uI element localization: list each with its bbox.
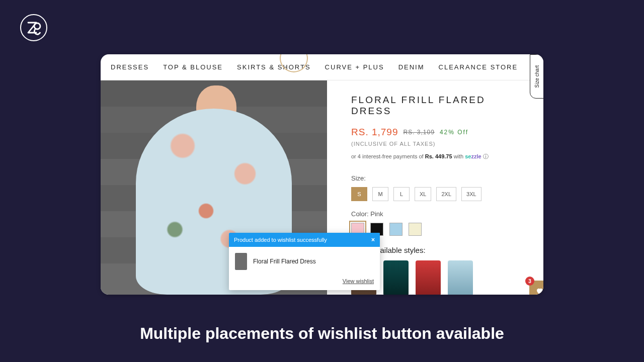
sezzle-brand-a: se bbox=[465, 153, 471, 159]
sezzle-brand: sezzle bbox=[465, 153, 483, 159]
size-chart-label: Size chart bbox=[534, 65, 540, 87]
product-orig-price: RS. 3,109 bbox=[404, 129, 435, 136]
size-3xl[interactable]: 3XL bbox=[461, 187, 481, 201]
size-xl[interactable]: XL bbox=[415, 187, 431, 201]
color-label: Color: Pink bbox=[351, 210, 528, 218]
tax-note: (INCLUSIVE OF ALL TAXES) bbox=[351, 141, 528, 147]
product-screenshot-panel: DRESSES TOP & BLOUSE SKIRTS & SHORTS CUR… bbox=[101, 54, 543, 295]
size-2xl[interactable]: 2XL bbox=[436, 187, 456, 201]
product-discount: 42% Off bbox=[440, 129, 468, 136]
sezzle-prefix: or 4 interest-free payments of bbox=[351, 153, 425, 159]
wishlist-count-badge: 3 bbox=[525, 277, 534, 286]
product-price: RS. 1,799 bbox=[351, 127, 398, 138]
nav-clearance[interactable]: CLEARANCE STORE bbox=[432, 63, 525, 71]
slide-caption: Multiple placements of wishlist button a… bbox=[0, 324, 644, 343]
sezzle-row: or 4 interest-free payments of Rs. 449.7… bbox=[351, 153, 528, 160]
info-icon[interactable]: ⓘ bbox=[483, 153, 489, 159]
size-options: S M L XL 2XL 3XL bbox=[351, 187, 528, 201]
nav-top-blouse[interactable]: TOP & BLOUSE bbox=[156, 63, 230, 71]
brand-logo bbox=[20, 14, 47, 41]
toast-title: Product added to wishlist successfully bbox=[234, 237, 327, 243]
toast-product-thumb bbox=[235, 253, 247, 270]
swatch-blue[interactable] bbox=[389, 223, 403, 236]
view-wishlist-link[interactable]: View wishlist bbox=[343, 278, 374, 284]
toast-close-button[interactable]: × bbox=[371, 236, 375, 243]
wishlist-fab[interactable]: 3 bbox=[529, 281, 543, 295]
size-label: Size: bbox=[351, 174, 528, 182]
sezzle-brand-b: zzle bbox=[471, 153, 481, 159]
sezzle-amount: Rs. 449.75 bbox=[425, 153, 452, 159]
size-chart-tab[interactable]: Size chart bbox=[530, 54, 543, 99]
size-m[interactable]: M bbox=[372, 187, 388, 201]
size-l[interactable]: L bbox=[393, 187, 410, 201]
product-title: FLORAL FRILL FLARED DRESS bbox=[351, 95, 528, 117]
swatch-cream[interactable] bbox=[409, 223, 422, 236]
style-thumb-2[interactable] bbox=[383, 260, 409, 295]
heart-icon bbox=[535, 287, 543, 295]
nav-denim[interactable]: DENIM bbox=[391, 63, 432, 71]
toast-product-name: Floral Frill Flared Dress bbox=[253, 258, 316, 265]
main-nav: DRESSES TOP & BLOUSE SKIRTS & SHORTS CUR… bbox=[101, 54, 543, 80]
wishlist-toast: Product added to wishlist successfully ×… bbox=[229, 233, 380, 290]
sezzle-with: with bbox=[454, 153, 465, 159]
style-thumb-3[interactable] bbox=[416, 260, 441, 295]
nav-curve-plus[interactable]: CURVE + PLUS bbox=[318, 63, 391, 71]
style-thumb-4[interactable] bbox=[448, 260, 473, 295]
size-s[interactable]: S bbox=[351, 187, 367, 201]
nav-dresses[interactable]: DRESSES bbox=[104, 63, 156, 71]
